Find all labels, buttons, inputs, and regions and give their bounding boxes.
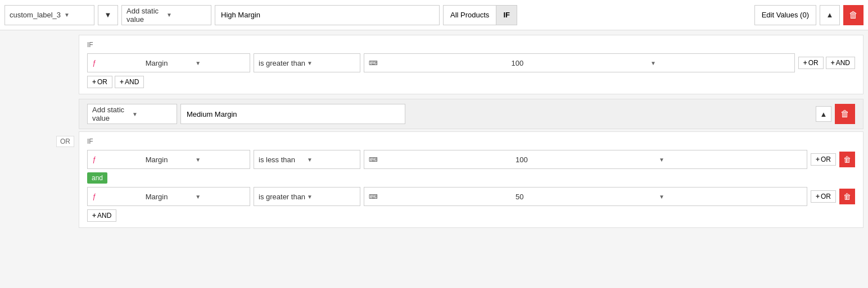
operator-arrow-icon-2b: ▼: [307, 194, 355, 200]
or-plus-icon-1: +: [803, 59, 807, 67]
condition-row-2b: ƒ Margin ▼ is greater than ▼ ⌨ 50 ▼: [87, 187, 855, 206]
value-select-1[interactable]: ⌨ 100 ▼: [364, 53, 795, 72]
and-button-1[interactable]: + AND: [826, 57, 855, 69]
value-arrow-icon-1: ▼: [650, 60, 790, 66]
field-select-2b[interactable]: ƒ Margin ▼: [87, 187, 250, 206]
field-text-1: Margin: [146, 59, 196, 67]
delete-row-2b-icon: 🗑: [843, 192, 851, 201]
operator-select-1[interactable]: is greater than ▼: [254, 53, 360, 72]
or-plus-icon-2b: +: [816, 193, 820, 200]
if-block-1: IF ƒ Margin ▼ is greater than ▼ ⌨ 100 ▼: [79, 35, 864, 94]
operator-select-2a[interactable]: is less than ▼: [254, 150, 360, 169]
operator-text-2b: is greater than: [259, 193, 307, 201]
func-icon-2b: ƒ: [92, 193, 142, 200]
all-products-button[interactable]: All Products: [443, 5, 496, 25]
condition-row-2a: ƒ Margin ▼ is less than ▼ ⌨ 100 ▼: [87, 150, 855, 169]
all-products-group: All Products IF: [443, 5, 517, 25]
add-and-button-2[interactable]: + AND: [87, 209, 116, 222]
and-text-1: AND: [836, 59, 850, 67]
or-text-2a: OR: [821, 156, 831, 163]
left-label-area: OR: [0, 30, 79, 228]
if-block-2: IF ƒ Margin ▼ is less than ▼ ⌨ 100: [79, 131, 864, 228]
bottom-and-button-1[interactable]: + AND: [115, 76, 144, 88]
bottom-or-and-group-1: + OR + AND: [87, 76, 855, 88]
operator-text-2a: is less than: [259, 156, 307, 164]
high-margin-input[interactable]: [215, 5, 440, 25]
content-area: OR IF ƒ Margin ▼ is greater than ▼: [0, 30, 868, 228]
operator-select-2b[interactable]: is greater than ▼: [254, 187, 360, 206]
custom-label-text: custom_label_3: [10, 11, 61, 19]
value-block-2: Add static value ▼ ▲ 🗑: [79, 99, 864, 129]
right-content: IF ƒ Margin ▼ is greater than ▼ ⌨ 100 ▼: [79, 30, 868, 228]
add-static-text-2: Add static value: [92, 106, 132, 122]
delete-row-2b-button[interactable]: 🗑: [839, 189, 855, 204]
and-plus-icon-1: +: [831, 59, 835, 67]
add-and-plus-icon-2: +: [92, 212, 96, 220]
delete-row-2a-icon: 🗑: [843, 155, 851, 164]
chevron-down-icon: ▼: [105, 11, 112, 19]
func-icon-2a: ƒ: [92, 156, 142, 163]
or-and-group-1: + OR + AND: [798, 57, 855, 69]
top-delete-button[interactable]: 🗑: [843, 5, 864, 25]
kb-icon-2a: ⌨: [369, 156, 512, 163]
kb-icon-1: ⌨: [369, 60, 508, 67]
field-text-2a: Margin: [146, 156, 196, 164]
value-text-2a: 100: [516, 156, 659, 164]
or-button-1[interactable]: + OR: [798, 57, 824, 69]
operator-arrow-icon-1: ▼: [307, 60, 355, 66]
add-static-arrow-icon-2: ▼: [132, 111, 172, 117]
main-container: custom_label_3 ▼ ▼ Add static value ▼ Al…: [0, 0, 868, 288]
value-arrow-icon-2b: ▼: [659, 194, 802, 200]
custom-label-select[interactable]: custom_label_3 ▼: [4, 5, 94, 25]
bottom-or-button-1[interactable]: + OR: [87, 76, 112, 88]
or-and-group-2a: + OR: [811, 153, 836, 166]
or-plus-icon-2a: +: [816, 156, 820, 163]
or-and-group-2b: + OR: [811, 190, 836, 203]
value-select-2a[interactable]: ⌨ 100 ▼: [364, 150, 807, 169]
or-button-2b[interactable]: + OR: [811, 190, 836, 203]
if-button[interactable]: IF: [496, 5, 517, 25]
value-arrow-icon-2a: ▼: [659, 157, 802, 163]
chevron-up-button[interactable]: ▲: [816, 106, 831, 122]
value-text-2b: 50: [516, 193, 659, 201]
delete-row-2a-button[interactable]: 🗑: [839, 152, 855, 167]
or-text-2b: OR: [821, 193, 831, 200]
chevron-up-icon: ▲: [820, 110, 828, 118]
add-static-select[interactable]: Add static value ▼: [121, 5, 211, 25]
value-block-delete-button[interactable]: 🗑: [835, 104, 855, 124]
func-icon-1: ƒ: [92, 59, 142, 67]
kb-icon-2b: ⌨: [369, 193, 512, 200]
if-label-2: IF: [87, 138, 855, 145]
and-badge: and: [87, 172, 107, 184]
bottom-and-text-1: AND: [125, 78, 139, 86]
field-arrow-icon-2a: ▼: [195, 157, 245, 163]
operator-text-1: is greater than: [259, 59, 307, 67]
add-and-text-2: AND: [97, 212, 111, 220]
bottom-or-text-1: OR: [97, 78, 107, 86]
bottom-and-group-2: + AND: [87, 209, 855, 222]
add-static-text: Add static value: [126, 7, 166, 24]
if-label-1: IF: [87, 41, 855, 49]
field-text-2b: Margin: [146, 193, 196, 201]
collapse-button[interactable]: ▲: [820, 5, 840, 25]
condition-row-1: ƒ Margin ▼ is greater than ▼ ⌨ 100 ▼: [87, 53, 855, 72]
add-static-arrow-icon: ▼: [166, 12, 206, 18]
or-left-label: OR: [56, 136, 74, 147]
add-static-select-2[interactable]: Add static value ▼: [87, 104, 177, 124]
or-button-2a[interactable]: + OR: [811, 153, 836, 166]
field-select-1[interactable]: ƒ Margin ▼: [87, 53, 250, 72]
value-text-1: 100: [512, 59, 651, 67]
top-bar: custom_label_3 ▼ ▼ Add static value ▼ Al…: [0, 0, 868, 30]
or-text-1: OR: [808, 59, 819, 67]
operator-arrow-icon-2a: ▼: [307, 157, 355, 163]
edit-values-button[interactable]: Edit Values (0): [754, 5, 816, 25]
and-badge-row: and: [87, 172, 855, 184]
top-delete-icon: 🗑: [849, 10, 858, 20]
custom-label-arrow-icon: ▼: [64, 12, 89, 18]
field-arrow-icon-1: ▼: [195, 60, 245, 66]
chevron-down-button[interactable]: ▼: [98, 5, 118, 25]
field-select-2a[interactable]: ƒ Margin ▼: [87, 150, 250, 169]
medium-margin-input[interactable]: [180, 104, 405, 124]
bottom-or-plus-icon-1: +: [92, 78, 96, 86]
value-select-2b[interactable]: ⌨ 50 ▼: [364, 187, 807, 206]
